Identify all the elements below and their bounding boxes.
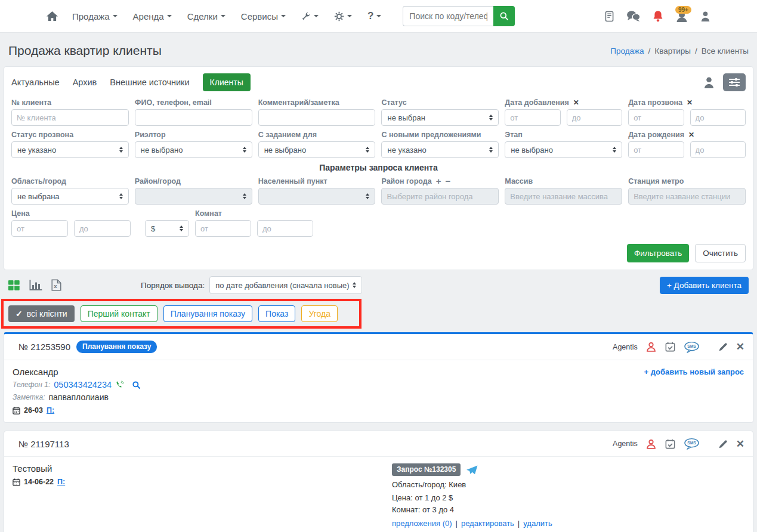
tools-menu[interactable] bbox=[301, 11, 319, 21]
client-person-icon[interactable] bbox=[645, 341, 657, 352]
filter-settings-button[interactable] bbox=[723, 73, 746, 91]
top-navbar: Продажа Аренда Сделки Сервисы ? 99+ bbox=[0, 0, 757, 33]
breadcrumb-prodazha[interactable]: Продажа bbox=[610, 47, 644, 55]
p-link[interactable]: П: bbox=[47, 406, 54, 415]
sms-icon[interactable]: SMS bbox=[684, 341, 700, 353]
edit-icon[interactable] bbox=[718, 439, 728, 449]
calendar-task-icon[interactable] bbox=[665, 438, 676, 450]
add-request-link[interactable]: + добавить новый запрос bbox=[644, 367, 744, 376]
clear-date-call-icon[interactable]: ✕ bbox=[687, 98, 693, 107]
stage-showing-button[interactable]: Показ bbox=[258, 305, 295, 322]
remove-district-icon[interactable]: − bbox=[445, 178, 450, 184]
date-added-to-input[interactable] bbox=[567, 109, 622, 126]
date-call-from-input[interactable] bbox=[628, 109, 684, 126]
realtor-select[interactable]: не выбрано bbox=[135, 141, 252, 158]
fio-input[interactable] bbox=[135, 109, 252, 126]
p-link[interactable]: П: bbox=[57, 478, 65, 486]
district-select[interactable] bbox=[135, 188, 252, 205]
tab-archive[interactable]: Архив bbox=[73, 78, 97, 87]
add-district-icon[interactable]: + bbox=[436, 178, 441, 184]
status-label: Статус bbox=[381, 98, 499, 107]
delete-icon[interactable]: ✕ bbox=[736, 439, 744, 449]
request-rooms: Комнат: от 3 до 4 bbox=[392, 505, 552, 514]
chevron-down-icon bbox=[113, 15, 118, 17]
massif-input[interactable] bbox=[505, 188, 622, 205]
filter-button[interactable]: Фильтровать bbox=[627, 244, 689, 262]
rooms-from-input[interactable] bbox=[195, 220, 251, 237]
region-select[interactable]: не выбрана bbox=[11, 188, 129, 205]
call-status-select[interactable]: не указано bbox=[11, 141, 129, 158]
add-client-button[interactable]: + Добавить клиента bbox=[660, 277, 749, 294]
currency-select[interactable]: $ bbox=[145, 220, 189, 237]
chart-view-icon[interactable] bbox=[29, 280, 42, 290]
client-view-icon[interactable] bbox=[703, 76, 715, 89]
tab-clients[interactable]: Клиенты bbox=[203, 73, 251, 91]
select-arrows-icon bbox=[119, 193, 123, 199]
rooms-to-input[interactable] bbox=[257, 220, 313, 237]
list-toolbar: x Порядок вывода: по дате добавления (сн… bbox=[4, 276, 753, 294]
user-icon[interactable] bbox=[700, 11, 710, 22]
telegram-icon[interactable] bbox=[466, 465, 478, 475]
client-person-icon[interactable] bbox=[645, 438, 657, 450]
select-arrows-icon bbox=[243, 147, 246, 153]
notifications-user-icon[interactable]: 99+ bbox=[675, 10, 688, 22]
tab-external[interactable]: Внешние источники bbox=[110, 78, 189, 87]
offers-link[interactable]: предложения (0) bbox=[392, 519, 452, 528]
request-badge: Запрос №132305 bbox=[392, 463, 461, 476]
date-call-to-input[interactable] bbox=[690, 109, 746, 126]
city-district-label: Район города bbox=[381, 177, 431, 185]
price-label: Цена bbox=[11, 209, 131, 218]
excel-export-icon[interactable]: x bbox=[51, 279, 61, 291]
clear-button[interactable]: Очистить bbox=[695, 244, 746, 262]
menu-sdelki[interactable]: Сделки bbox=[187, 11, 225, 21]
price-from-input[interactable] bbox=[11, 220, 68, 237]
menu-servisy[interactable]: Сервисы bbox=[241, 11, 286, 21]
search-input[interactable] bbox=[403, 6, 493, 26]
search-button[interactable] bbox=[493, 6, 515, 26]
clear-date-added-icon[interactable]: ✕ bbox=[573, 98, 579, 107]
stage-planning-button[interactable]: Планування показу bbox=[163, 305, 252, 322]
search-icon bbox=[499, 11, 509, 21]
date-added-label: Дата добавления bbox=[505, 98, 568, 107]
client-id-input[interactable] bbox=[11, 109, 129, 126]
status-select[interactable]: не выбран bbox=[381, 109, 499, 126]
stage-select[interactable]: не выбрано bbox=[505, 141, 622, 158]
menu-prodazha[interactable]: Продажа bbox=[72, 11, 118, 21]
metro-input[interactable] bbox=[628, 188, 746, 205]
date-added-from-input[interactable] bbox=[505, 109, 560, 126]
new-offers-select[interactable]: не указано bbox=[381, 141, 499, 158]
home-icon[interactable] bbox=[47, 11, 58, 21]
price-to-input[interactable] bbox=[74, 220, 131, 237]
grid-view-icon[interactable] bbox=[8, 280, 20, 290]
order-select[interactable]: по дате добавления (сначала новые) bbox=[209, 276, 362, 294]
birth-date-to-input[interactable] bbox=[690, 141, 746, 158]
delete-icon[interactable]: ✕ bbox=[736, 342, 744, 352]
city-district-input[interactable] bbox=[381, 188, 499, 205]
bell-icon[interactable] bbox=[653, 10, 663, 22]
birth-date-from-input[interactable] bbox=[628, 141, 684, 158]
chat-icon[interactable] bbox=[626, 10, 641, 22]
phone-link[interactable]: 050343424234 bbox=[54, 380, 112, 389]
call-icon[interactable] bbox=[115, 381, 125, 389]
client-date: 14-06-22 bbox=[24, 478, 54, 486]
stage-all-button[interactable]: ✓ всі клієнти bbox=[8, 305, 75, 322]
settlement-select[interactable] bbox=[258, 188, 376, 205]
stage-deal-button[interactable]: Угода bbox=[301, 305, 338, 322]
tab-actual[interactable]: Актуальные bbox=[11, 78, 60, 87]
help-menu[interactable]: ? bbox=[367, 10, 381, 22]
settings-menu[interactable] bbox=[334, 11, 352, 21]
calendar-task-icon[interactable] bbox=[665, 341, 676, 352]
journal-icon[interactable] bbox=[605, 11, 614, 22]
edit-icon[interactable] bbox=[718, 342, 728, 352]
stage-first-contact-button[interactable]: Перший контакт bbox=[81, 305, 157, 322]
select-arrows-icon bbox=[489, 147, 493, 153]
comment-input[interactable] bbox=[258, 109, 376, 126]
clear-birth-date-icon[interactable]: ✕ bbox=[688, 131, 694, 139]
edit-request-link[interactable]: редактировать bbox=[461, 519, 514, 528]
task-for-select[interactable]: не выбрано bbox=[258, 141, 376, 158]
delete-request-link[interactable]: удалить bbox=[523, 519, 552, 528]
sms-icon[interactable]: SMS bbox=[684, 438, 700, 450]
select-arrows-icon bbox=[366, 147, 369, 153]
menu-arenda[interactable]: Аренда bbox=[133, 11, 172, 21]
phone-search-icon[interactable] bbox=[132, 381, 141, 389]
